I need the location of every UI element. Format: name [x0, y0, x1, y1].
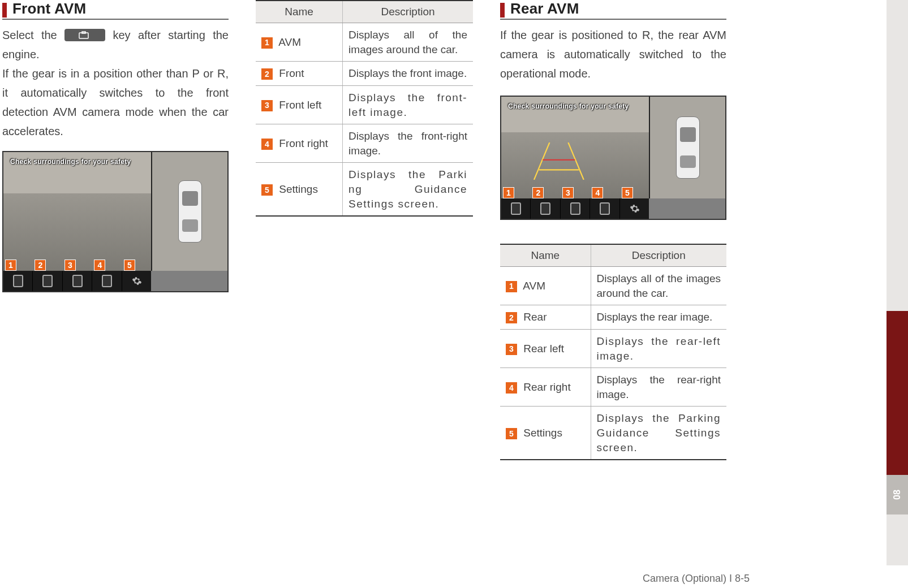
- rear-overlay-text: Check surroundings for your safety: [508, 102, 629, 110]
- avm-icon: [511, 202, 521, 215]
- row-badge: 2: [261, 68, 273, 80]
- rear-topdown-pane: [649, 97, 725, 198]
- name-cell: 4 Rear right: [500, 368, 591, 407]
- name-cell: 2 Front: [256, 62, 343, 86]
- front-btn-5[interactable]: 5: [122, 271, 151, 291]
- table-row: 5 SettingsDisplays the Parking Guidance …: [500, 407, 726, 460]
- front-tbody: 1 AVMDisplays all of the images around t…: [256, 23, 473, 217]
- badge-3: 3: [562, 187, 574, 198]
- table-row: 4 Front rightDisplays the front-right im…: [256, 124, 473, 163]
- svg-line-3: [568, 142, 583, 180]
- rear-avm-title: Rear AVM: [510, 0, 579, 18]
- table-row: 4 Rear rightDisplays the rear-right imag…: [500, 368, 726, 407]
- badge-5: 5: [622, 187, 633, 198]
- desc-cell: Displays all of the images around the ca…: [591, 267, 726, 305]
- row-badge: 4: [261, 139, 273, 150]
- table-row: 1 AVMDisplays all of the images around t…: [500, 267, 726, 305]
- gear-icon: [630, 204, 640, 214]
- avm-icon: [13, 275, 23, 287]
- side-tab-label: 08: [892, 490, 902, 500]
- front-avm-title: Front AVM: [12, 0, 86, 18]
- name-cell: 3 Rear left: [500, 329, 591, 368]
- rear-avm-screenshot: Check surroundings for your safety 1 2 3…: [500, 96, 726, 220]
- front-btn-4[interactable]: 4: [92, 271, 122, 291]
- rear-desc-table: Name Description 1 AVMDisplays all of th…: [500, 244, 726, 460]
- name-cell: 4 Front right: [256, 124, 343, 163]
- front-para-2: If the gear is in a position other than …: [2, 64, 229, 141]
- rear-btn-1[interactable]: 1: [501, 198, 531, 219]
- front-btn-1[interactable]: 1: [3, 271, 33, 291]
- front-button-row: 1 2 3 4 5: [3, 271, 151, 291]
- section-header-front: Front AVM: [2, 0, 229, 20]
- table-row: 3 Front leftDisplays the front-left imag…: [256, 85, 473, 124]
- name-cell: 5 Settings: [500, 407, 591, 460]
- desc-cell: Displays the rear-left image.: [591, 329, 726, 368]
- desc-cell: Displays the Parking Guidance Settings s…: [591, 407, 726, 460]
- desc-cell: Displays the Parki ng Guidance Settings …: [343, 163, 473, 216]
- name-cell: 3 Front left: [256, 85, 343, 124]
- front-para-1a: Select the: [2, 29, 64, 41]
- table-row: 2 FrontDisplays the front image.: [256, 62, 473, 86]
- row-badge: 4: [506, 382, 517, 394]
- badge-5: 5: [124, 260, 135, 271]
- name-cell: 1 AVM: [256, 23, 343, 62]
- accent-bar: [500, 3, 505, 18]
- rear-btn-3[interactable]: 3: [561, 198, 590, 219]
- page-footer: Camera (Optional) I 8-5: [643, 573, 750, 585]
- front-para-1: Select the key after starting the engine…: [2, 25, 229, 64]
- side-tab-dark: [887, 311, 908, 475]
- badge-2: 2: [35, 260, 46, 271]
- car-top-icon: [178, 180, 202, 243]
- row-badge: 1: [506, 281, 517, 292]
- rear-th-name: Name: [500, 244, 591, 267]
- rear-btn-4[interactable]: 4: [590, 198, 619, 219]
- name-cell: 5 Settings: [256, 163, 343, 216]
- side-tab-blank-top: [887, 0, 908, 311]
- row-badge: 3: [261, 100, 273, 111]
- rear-button-row: 1 2 3 4 5: [501, 198, 649, 219]
- table-row: 1 AVMDisplays all of the images around t…: [256, 23, 473, 62]
- badge-4: 4: [94, 260, 105, 271]
- accent-bar: [2, 3, 7, 18]
- desc-cell: Displays the rear-right image.: [591, 368, 726, 407]
- front-desc-table: Name Description 1 AVMDisplays all of th…: [256, 0, 473, 217]
- front-right-icon: [102, 275, 112, 287]
- svg-line-2: [534, 142, 549, 180]
- rear-btn-2[interactable]: 2: [531, 198, 560, 219]
- badge-3: 3: [64, 260, 76, 271]
- car-top-icon: [676, 116, 700, 179]
- rear-left-icon: [570, 202, 580, 215]
- front-btn-3[interactable]: 3: [63, 271, 92, 291]
- badge-4: 4: [592, 187, 603, 198]
- rear-para-1: If the gear is positioned to R, the rear…: [500, 25, 726, 83]
- front-view-icon: [42, 275, 53, 287]
- badge-1: 1: [5, 260, 16, 271]
- side-tab-active: 08: [887, 475, 908, 514]
- front-left-icon: [72, 275, 83, 287]
- front-topdown-pane: [151, 152, 227, 271]
- desc-cell: Displays the front-left image.: [343, 85, 473, 124]
- front-th-desc: Description: [343, 1, 473, 23]
- row-badge: 2: [506, 312, 517, 323]
- gear-icon: [132, 276, 142, 286]
- row-badge: 1: [261, 37, 273, 49]
- front-overlay-text: Check surroundings for your safety: [10, 158, 131, 166]
- rear-btn-5[interactable]: 5: [620, 198, 649, 219]
- section-header-rear: Rear AVM: [500, 0, 726, 20]
- table-row: 2 RearDisplays the rear image.: [500, 305, 726, 330]
- front-th-name: Name: [256, 1, 343, 23]
- parking-guide-lines: [528, 142, 590, 180]
- front-btn-2[interactable]: 2: [33, 271, 62, 291]
- badge-2: 2: [532, 187, 544, 198]
- name-cell: 2 Rear: [500, 305, 591, 330]
- badge-1: 1: [503, 187, 514, 198]
- side-tab-blank-bottom: [887, 514, 908, 565]
- desc-cell: Displays the front-right image.: [343, 124, 473, 163]
- table-row: 3 Rear leftDisplays the rear-left image.: [500, 329, 726, 368]
- desc-cell: Displays all of the images around the ca…: [343, 23, 473, 62]
- table-row: 5 SettingsDisplays the Parki ng Guidance…: [256, 163, 473, 216]
- rear-view-icon: [540, 202, 550, 215]
- rear-tbody: 1 AVMDisplays all of the images around t…: [500, 267, 726, 460]
- rear-right-icon: [600, 202, 610, 215]
- rear-th-desc: Description: [591, 244, 726, 267]
